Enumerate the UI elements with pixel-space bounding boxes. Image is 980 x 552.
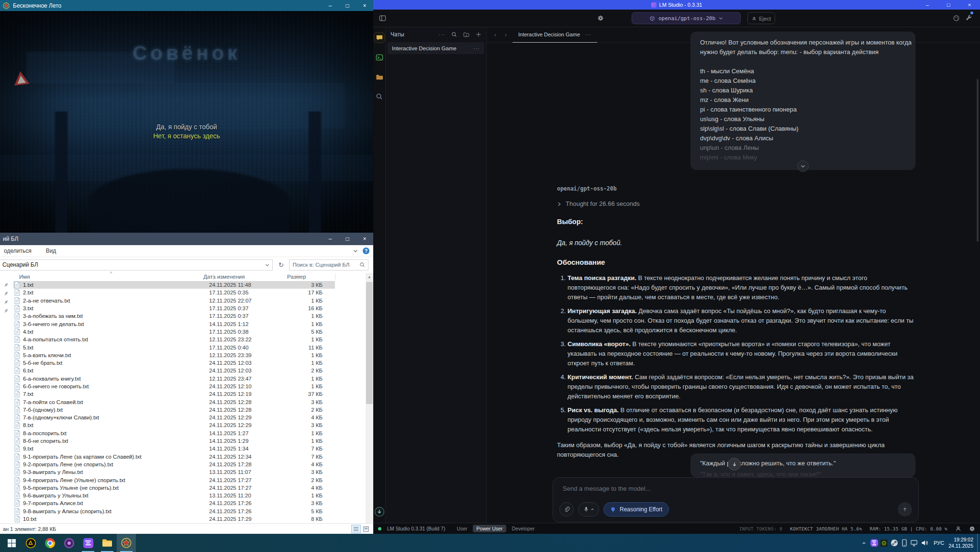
minimize-button[interactable]: – (322, 0, 339, 11)
tray-lm-studio-icon[interactable] (869, 534, 879, 552)
close-button[interactable]: × (356, 234, 373, 245)
chat-item-menu-icon[interactable]: ··· (473, 45, 480, 51)
dialogue-option-2[interactable]: Нет, я останусь здесь (0, 132, 373, 141)
start-button[interactable] (2, 534, 21, 552)
mode-user[interactable]: User (453, 525, 471, 532)
file-row[interactable]: 5.txt17.11.2025 0:4011 КБ (0, 343, 366, 351)
taskbar-explorer-icon[interactable] (98, 534, 117, 552)
file-row[interactable]: 7-в-(одному+ключи Слави).txt24.11.2025 1… (0, 414, 366, 421)
file-row[interactable]: 3.txt17.11.2025 0:3716 КБ (0, 304, 366, 312)
file-row[interactable]: 8.txt24.11.2025 12:293 КБ (0, 421, 366, 429)
column-date-modified[interactable]: Дата изменения (203, 274, 287, 280)
column-size[interactable]: Размер (287, 274, 321, 280)
file-row[interactable]: 4-а-попытаться отнять.txt12.11.2025 23:2… (0, 336, 366, 343)
taskbar-tor-icon[interactable] (59, 534, 78, 552)
chats-search-icon[interactable] (451, 32, 457, 37)
file-row[interactable]: 10.txt24.11.2025 17:298 КБ (0, 515, 366, 523)
file-row[interactable]: 7-а-пойти со Славей.txt24.11.2025 12:283… (0, 398, 366, 406)
discover-search-icon[interactable] (374, 91, 384, 101)
scrollbar-thumb[interactable] (366, 282, 373, 404)
my-models-folder-icon[interactable] (374, 72, 384, 82)
maximize-button[interactable]: □ (339, 234, 356, 245)
maximize-button[interactable]: □ (938, 0, 959, 10)
mode-power-user[interactable]: Power User (473, 525, 507, 532)
minimize-button[interactable]: – (322, 234, 339, 245)
file-row[interactable]: 9-1-проиграть Лене (за картами со Славей… (0, 453, 366, 461)
tray-network-icon[interactable] (909, 534, 919, 552)
file-row[interactable]: 7.txt24.11.2025 12:1937 КБ (0, 390, 366, 398)
file-row[interactable]: 6-а-похвалить книгу.txt12.11.2025 23:471… (0, 375, 366, 383)
tray-steam-icon[interactable] (889, 534, 899, 552)
file-row[interactable]: 2.txt17.11.2025 0:3517 КБ (0, 289, 366, 296)
model-settings-gear-icon[interactable] (597, 15, 604, 22)
search-input[interactable]: Поиск в: Сценарий БЛ (289, 259, 368, 270)
message-input[interactable]: Send a message to the model... Reasoning… (553, 477, 919, 522)
file-row[interactable]: 9.txt14.11.2025 1:347 КБ (0, 445, 366, 452)
downloads-button[interactable] (374, 507, 385, 517)
dialogue-option-1[interactable]: Да, я пойду с тобой (0, 123, 373, 132)
file-row[interactable]: 3-б-ничего не делать.txt14.11.2025 1:121… (0, 320, 366, 327)
taskbar-game-icon[interactable] (117, 534, 136, 552)
file-row[interactable]: 1.txt24.11.2025 11:483 КБ (0, 281, 366, 289)
address-dropdown-icon[interactable] (265, 263, 269, 267)
tray-nvidia-icon[interactable] (879, 534, 889, 552)
user-icon[interactable] (955, 526, 961, 532)
file-row[interactable]: 6-б-ничего не говорить.txt24.11.2025 12:… (0, 383, 366, 390)
taskbar-clock[interactable]: 19:29:02 24.11.2025 (948, 537, 977, 549)
file-row[interactable]: 5-а-взять ключи.txt12.11.2025 23:391 КБ (0, 351, 366, 359)
file-row[interactable]: 7-б-(одному).txt24.11.2025 12:282 КБ (0, 406, 366, 414)
thumbnail-view-button[interactable] (362, 525, 370, 533)
address-bar[interactable]: Сценарий БЛ (0, 259, 273, 270)
menu-view[interactable]: Вид (46, 248, 56, 254)
taskbar-aimp-icon[interactable] (21, 534, 40, 552)
new-chat-icon[interactable] (476, 32, 481, 37)
developer-terminal-icon[interactable] (374, 52, 384, 62)
show-desktop-button[interactable] (977, 534, 980, 552)
taskbar-chrome-icon[interactable] (40, 534, 59, 552)
nav-back-icon[interactable]: ‹ (491, 31, 499, 38)
menu-share[interactable]: оделиться (4, 248, 32, 254)
help-icon[interactable]: ? (363, 248, 369, 254)
taskbar-lm-studio-icon[interactable] (78, 534, 98, 552)
send-button[interactable] (898, 502, 912, 517)
model-selector[interactable]: openai/gpt-oss-20b (632, 12, 741, 24)
nav-forward-icon[interactable]: › (502, 31, 510, 38)
expand-message-button[interactable] (797, 160, 809, 172)
settings-wrench-icon[interactable] (965, 15, 972, 22)
file-row[interactable]: 6.txt24.11.2025 12:032 КБ (0, 367, 366, 374)
close-button[interactable]: × (356, 0, 373, 11)
file-row[interactable]: 5-б-не брать.txt24.11.2025 12:031 КБ (0, 359, 366, 367)
explorer-scrollbar[interactable]: ▲ (366, 273, 373, 523)
scroll-up-icon[interactable]: ▲ (366, 273, 373, 281)
chat-tab-icon[interactable] (374, 33, 384, 43)
new-folder-icon[interactable] (463, 32, 469, 38)
chat-scrollbar[interactable] (977, 79, 979, 242)
attach-file-button[interactable] (559, 502, 574, 517)
file-row[interactable]: 2-а-не отвечать.txt12.11.2025 22:071 КБ (0, 297, 366, 304)
tab-interactive-decision-game[interactable]: Interactive Decision Game ··· (512, 27, 597, 43)
ribbon-collapse-icon[interactable] (353, 248, 358, 253)
eject-model-button[interactable]: Eject (747, 12, 775, 24)
chats-menu-icon[interactable]: ··· (438, 32, 445, 37)
tab-menu-icon[interactable]: ··· (585, 32, 591, 37)
tray-speaker-icon[interactable] (919, 534, 929, 552)
file-row[interactable]: 8-а-поспорить.txt14.11.2025 1:271 КБ (0, 429, 366, 437)
minimize-button[interactable]: – (917, 0, 938, 10)
file-row[interactable]: 9-5-проиграть Ульяне (не спорить).txt24.… (0, 484, 366, 492)
tray-phone-icon[interactable] (899, 534, 909, 552)
close-button[interactable]: × (959, 0, 980, 10)
file-row[interactable]: 3-а-побежать за ним.txt17.11.2025 0:371 … (0, 312, 366, 320)
language-indicator[interactable]: РУС (929, 540, 948, 546)
file-row[interactable]: 9-4-проиграть Лене (Ульяне) спорить.txt2… (0, 476, 366, 484)
sidebar-toggle-icon[interactable] (379, 15, 386, 22)
maximize-button[interactable]: □ (339, 0, 356, 11)
chat-list-item[interactable]: Interactive Decision Game ··· (388, 42, 484, 54)
microphone-button[interactable] (578, 502, 599, 517)
file-row[interactable]: 9-7-проиграть Алисе.txt24.11.2025 17:263… (0, 499, 366, 507)
file-row[interactable]: 9-6-выиграть у Ульяны.txt13.11.2025 11:2… (0, 492, 366, 499)
mode-developer[interactable]: Developer (508, 525, 538, 532)
settings-gear-icon[interactable] (969, 526, 975, 532)
file-row[interactable]: 4.txt17.11.2025 0:385 КБ (0, 328, 366, 336)
thought-disclosure[interactable]: Thought for 26.66 seconds (557, 199, 917, 209)
details-view-button[interactable] (352, 525, 360, 533)
